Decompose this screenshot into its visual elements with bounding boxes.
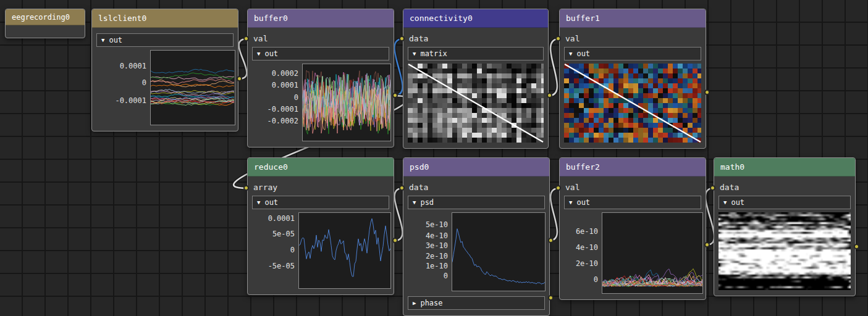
node-body: array ▼ out 0.00015e-050-5e-05	[248, 177, 394, 294]
y-tick-label: 0.0002	[272, 69, 298, 78]
plot-area: 0.00020.00010-0.0001-0.0002	[248, 64, 394, 141]
connection-wire[interactable]	[394, 39, 403, 96]
node-title[interactable]: eegrecording0	[6, 9, 85, 25]
connection-wire[interactable]	[549, 188, 559, 241]
section-label: out	[109, 36, 122, 44]
node-title[interactable]: math0	[714, 158, 855, 177]
y-tick-label: -0.0002	[267, 117, 298, 125]
section-label: out	[264, 198, 278, 207]
y-tick-label: 0	[142, 78, 146, 87]
port-array[interactable]	[243, 185, 249, 191]
y-tick-label: 3e-10	[426, 241, 448, 250]
port-out[interactable]	[854, 244, 859, 249]
connection-wire[interactable]	[238, 39, 247, 79]
node-body: data ▼ psd 5e-104e-103e-102e-101e-100 ▶ …	[403, 177, 549, 315]
reduced-signal-plot	[298, 212, 391, 289]
node-title[interactable]: buffer0	[248, 9, 394, 28]
node-psd0[interactable]: psd0 data ▼ psd 5e-104e-103e-102e-101e-1…	[403, 157, 550, 316]
connection-wire[interactable]	[549, 39, 559, 96]
node-connectivity0[interactable]: connectivity0 data ▼ matrix	[403, 9, 549, 149]
plot-area: 6e-104e-102e-100	[560, 212, 706, 294]
plot-y-axis: 6e-104e-102e-100	[563, 212, 602, 293]
plot-y-axis: 5e-104e-103e-102e-101e-100	[407, 212, 452, 290]
port-psd[interactable]	[548, 238, 554, 243]
section-toggle-out[interactable]: ▼ out	[96, 33, 234, 47]
y-tick-label: 4e-10	[576, 243, 598, 252]
node-buffer2[interactable]: buffer2 val ▼ out 6e-104e-102e-100	[559, 157, 706, 300]
plot-area	[403, 64, 548, 143]
input-label-val: val	[560, 28, 706, 47]
node-body: val ▼ out 0.00020.00010-0.0001-0.0002	[248, 28, 394, 147]
section-toggle-out[interactable]: ▼ out	[564, 196, 701, 209]
collapse-expanded-icon: ▼	[101, 38, 104, 43]
section-toggle-phase[interactable]: ▶ phase	[408, 296, 545, 310]
input-label-val: val	[560, 177, 706, 196]
buffered-psd-plot	[602, 212, 703, 294]
y-tick-label: 0.0001	[272, 81, 298, 89]
port-phase[interactable]	[548, 295, 554, 301]
y-tick-label: -0.0001	[115, 96, 146, 105]
connection-wire[interactable]	[238, 39, 247, 79]
port-val[interactable]	[243, 36, 249, 41]
port-data[interactable]	[399, 36, 405, 41]
section-toggle-out[interactable]: ▼ out	[564, 47, 701, 60]
section-toggle-out[interactable]: ▼ out	[252, 196, 389, 209]
collapse-collapsed-icon: ▶	[413, 301, 416, 306]
node-lslclient0[interactable]: lslclient0 ▼ out 0.00010-0.0001	[91, 9, 238, 131]
collapse-expanded-icon: ▼	[257, 51, 260, 57]
section-toggle-out[interactable]: ▼ out	[252, 47, 389, 60]
plot-area	[560, 64, 706, 143]
section-label: out	[264, 49, 278, 58]
connection-wire[interactable]	[706, 188, 714, 245]
node-body: ▼ out 0.00010-0.0001	[92, 28, 238, 131]
node-title[interactable]: buffer2	[560, 158, 706, 177]
node-reduce0[interactable]: reduce0 array ▼ out 0.00015e-050-5e-05	[247, 157, 394, 295]
port-out[interactable]	[704, 242, 710, 247]
node-body: data ▼ out	[714, 177, 855, 296]
collapse-expanded-icon: ▼	[413, 200, 416, 206]
port-val[interactable]	[555, 36, 561, 41]
node-title[interactable]: reduce0	[248, 158, 394, 177]
section-label: out	[576, 198, 590, 207]
section-toggle-matrix[interactable]: ▼ matrix	[408, 47, 544, 60]
section-label: matrix	[420, 49, 447, 58]
node-buffer1[interactable]: buffer1 val ▼ out	[559, 9, 706, 149]
port-out[interactable]	[704, 89, 710, 95]
y-tick-label: 0.0001	[120, 62, 146, 70]
connection-wire[interactable]	[549, 188, 559, 241]
node-buffer0[interactable]: buffer0 val ▼ out 0.00020.00010-0.0001-0…	[247, 9, 394, 148]
connection-wire[interactable]	[394, 188, 403, 241]
connection-wire[interactable]	[706, 188, 714, 245]
connection-wire[interactable]	[394, 188, 403, 241]
port-matrix[interactable]	[547, 93, 552, 98]
port-data[interactable]	[399, 185, 405, 191]
input-label-data: data	[403, 28, 548, 47]
node-math0[interactable]: math0 data ▼ out	[714, 157, 856, 296]
node-title[interactable]: connectivity0	[403, 9, 548, 28]
eeg-signal-plot	[150, 50, 235, 125]
node-eegrecording0[interactable]: eegrecording0	[5, 9, 85, 38]
port-out[interactable]	[392, 93, 398, 98]
port-data[interactable]	[710, 185, 715, 191]
section-toggle-out[interactable]: ▼ out	[718, 196, 851, 209]
buffered-signal-plot	[302, 64, 391, 141]
port-out[interactable]	[237, 76, 242, 81]
y-tick-label: 5e-05	[272, 230, 295, 238]
node-title[interactable]: lslclient0	[92, 9, 238, 28]
input-label-data: data	[714, 177, 855, 196]
plot-y-axis: 0.00010-0.0001	[96, 50, 150, 124]
plot-area: 5e-104e-103e-102e-101e-100	[403, 212, 549, 291]
section-toggle-psd[interactable]: ▼ psd	[408, 196, 545, 209]
node-editor-canvas[interactable]: eegrecording0 lslclient0 ▼ out 0.00010-0…	[0, 0, 868, 316]
connection-wire[interactable]	[394, 39, 403, 96]
y-tick-label: 4e-10	[426, 231, 448, 240]
y-tick-label: 0	[294, 93, 298, 102]
connection-wire[interactable]	[549, 39, 559, 96]
collapse-expanded-icon: ▼	[257, 200, 260, 206]
node-title[interactable]: psd0	[403, 158, 549, 177]
port-out[interactable]	[392, 238, 398, 243]
port-val[interactable]	[555, 185, 561, 191]
node-body	[6, 25, 85, 38]
node-title[interactable]: buffer1	[560, 9, 706, 28]
y-tick-label: 0	[594, 275, 598, 284]
